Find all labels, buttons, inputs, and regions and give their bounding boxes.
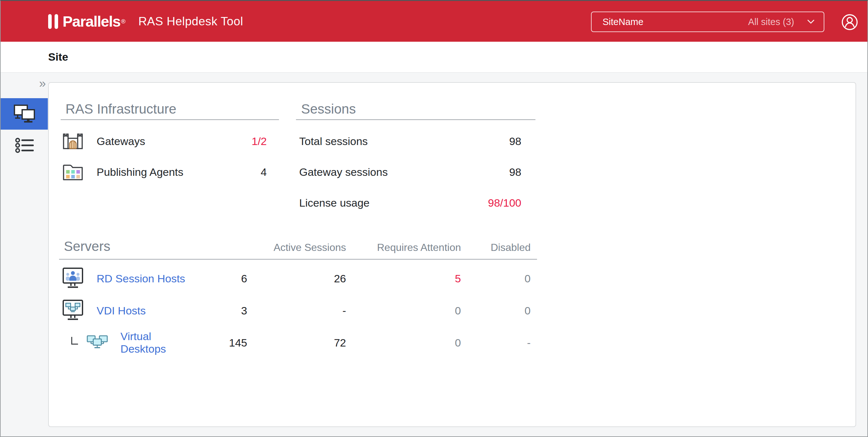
license-usage-value: 98/100 [488,197,535,209]
license-usage-label: License usage [299,197,370,209]
gateway-icon [62,133,84,149]
dashboard-panel: RAS Infrastructure [48,82,856,427]
servers-title: Servers [59,239,197,254]
rd-active-sessions: 26 [247,272,346,285]
site-selector-value: All sites (3) [748,17,794,27]
table-rule [59,259,537,260]
table-row-rd-session-hosts: RD Session Hosts 6 26 5 0 [59,263,537,295]
license-usage-row: License usage 98/100 [296,188,535,218]
publishing-agents-row: Publishing Agents 4 [61,157,279,188]
app-header: Parallels ® RAS Helpdesk Tool SiteName A… [1,1,867,42]
virtual-desktops-link[interactable]: Virtual Desktops [120,330,197,355]
column-disabled: Disabled [461,242,537,254]
total-sessions-label: Total sessions [299,135,368,147]
virtual-desktops-icon [87,333,108,352]
publishing-agents-value: 4 [261,166,279,178]
infrastructure-section: RAS Infrastructure [61,101,279,188]
gateway-sessions-row: Gateway sessions 98 [296,157,535,188]
user-icon [841,14,858,31]
gateways-row: Gateways 1/2 [61,126,279,157]
vd-requires-attention: 0 [346,337,461,349]
sessions-section: Sessions Total sessions 98 Gateway sessi… [296,101,535,218]
rd-disabled: 0 [461,272,537,285]
servers-section: Servers Active Sessions Requires Attenti… [59,237,537,359]
sessions-title: Sessions [296,101,535,120]
rd-session-hosts-link[interactable]: RD Session Hosts [97,272,185,285]
chevron-down-icon [807,20,815,24]
dual-monitors-icon [13,104,35,124]
gateways-value: 1/2 [252,135,279,147]
sidebar-item-sessions-list[interactable] [1,130,48,161]
publishing-agents-label: Publishing Agents [97,166,183,178]
parallels-logo: Parallels ® [48,12,125,30]
rd-requires-attention: 5 [346,272,461,285]
list-icon [15,138,34,153]
user-avatar-button[interactable] [841,14,858,31]
gateways-label: Gateways [97,135,145,147]
site-selector-dropdown[interactable]: SiteName All sites (3) [591,11,824,32]
gateway-sessions-label: Gateway sessions [299,166,388,178]
site-selector-label: SiteName [602,17,643,27]
registered-mark: ® [121,18,125,25]
breadcrumb-bar: Site [1,42,867,73]
tree-branch-icon [71,337,78,345]
table-row-vdi-hosts: VDI Hosts 3 - 0 0 [59,295,537,327]
vdi-hosts-link[interactable]: VDI Hosts [97,304,146,317]
total-sessions-value: 98 [509,135,535,147]
rd-count: 6 [197,272,247,285]
sidebar-item-servers[interactable] [1,98,48,130]
vdi-hosts-icon [62,299,84,322]
tab-site[interactable]: Site [48,51,68,63]
servers-table-header: Servers Active Sessions Requires Attenti… [59,237,537,259]
total-sessions-row: Total sessions 98 [296,126,535,157]
app-window: Parallels ® RAS Helpdesk Tool SiteName A… [0,0,868,437]
gateway-sessions-value: 98 [509,166,535,178]
section-rule [296,120,535,120]
brand-name: Parallels [63,12,120,30]
main-area: » [1,73,867,436]
section-rule [61,120,279,120]
infrastructure-title: RAS Infrastructure [61,101,279,120]
column-active-sessions: Active Sessions [247,242,346,254]
vd-disabled: - [461,337,537,349]
parallels-bars-icon [48,14,58,29]
vd-active-sessions: 72 [247,337,346,349]
publishing-agents-icon [62,163,84,181]
sidebar-collapse-button[interactable]: » [39,77,46,90]
rd-session-hosts-icon [62,267,84,290]
vd-count: 145 [197,337,247,349]
column-requires-attention: Requires Attention [346,242,461,254]
sidebar: » [1,73,48,436]
vdi-disabled: 0 [461,304,537,317]
vdi-requires-attention: 0 [346,304,461,317]
vdi-count: 3 [197,304,247,317]
app-title: RAS Helpdesk Tool [138,15,243,28]
table-row-virtual-desktops: Virtual Desktops 145 72 0 - [59,327,537,359]
vdi-active-sessions: - [247,304,346,317]
